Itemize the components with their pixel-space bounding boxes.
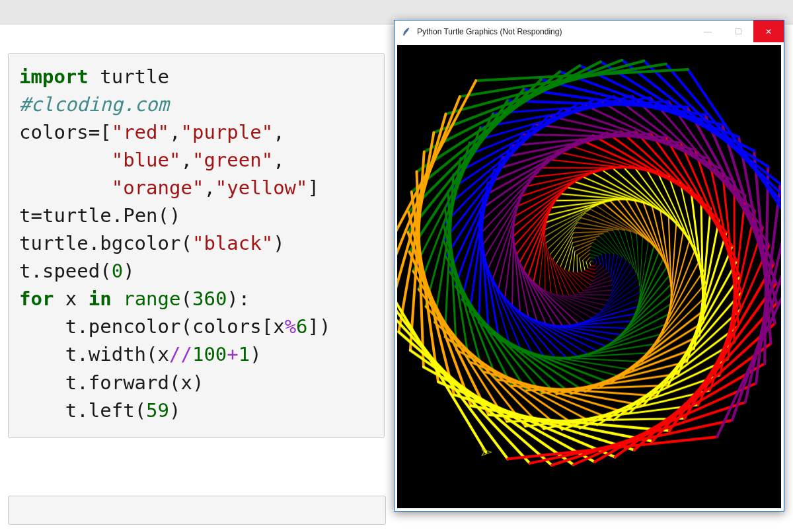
code-token: t (65, 371, 77, 394)
code-token: ) (273, 232, 284, 254)
code-token: , (204, 176, 215, 199)
code-token: . (77, 371, 88, 394)
code-token: "green" (192, 149, 273, 171)
window-close-button[interactable]: ✕ (753, 20, 784, 42)
code-token: ) (169, 399, 180, 422)
code-token: ( (180, 315, 192, 338)
code-token (89, 65, 100, 88)
code-token: ( (146, 343, 157, 365)
code-token (77, 287, 88, 310)
code-token: import (19, 65, 89, 88)
code-token: [ (100, 121, 111, 143)
code-token: x (158, 343, 169, 365)
code-token: "orange" (112, 176, 204, 199)
code-token: = (30, 204, 42, 227)
code-token: forward (89, 371, 169, 394)
code-token: t (65, 399, 77, 422)
code-token: = (89, 121, 100, 143)
code-token (19, 343, 65, 365)
code-token: ): (227, 287, 250, 310)
code-token (19, 371, 65, 394)
code-token: #clcoding.com (19, 93, 169, 116)
code-token: 59 (146, 399, 169, 422)
code-token: "black" (192, 232, 273, 254)
code-token: ( (181, 287, 192, 310)
code-token: 360 (192, 287, 227, 310)
window-titlebar[interactable]: Python Turtle Graphics (Not Responding) … (395, 20, 784, 42)
code-token: ( (135, 399, 146, 422)
code-token: 6 (296, 315, 307, 338)
code-token: + (227, 343, 238, 365)
code-token: () (158, 204, 181, 227)
code-token: colors (19, 121, 89, 143)
code-token: t (19, 204, 30, 227)
code-token: "blue" (112, 149, 181, 171)
code-token (19, 399, 65, 422)
code-token: turtle (19, 232, 89, 254)
code-token: in (89, 287, 112, 310)
code-token: x (180, 371, 192, 394)
code-token: "yellow" (215, 176, 308, 199)
code-token: . (77, 399, 88, 422)
python-feather-icon (401, 26, 412, 37)
next-cell-placeholder[interactable] (8, 496, 386, 525)
code-token: x (65, 287, 77, 310)
code-token: . (30, 260, 42, 282)
turtle-canvas (397, 45, 781, 508)
code-cell[interactable]: import turtle #clcoding.com colors=["red… (8, 53, 385, 438)
window-maximize-button[interactable]: ☐ (723, 20, 753, 42)
turtle-window: Python Turtle Graphics (Not Responding) … (394, 20, 784, 512)
code-token: ( (169, 371, 180, 394)
code-token: . (89, 232, 100, 254)
code-token: ) (123, 260, 134, 282)
code-token: [ (262, 315, 273, 338)
code-token: ( (180, 232, 192, 254)
page-root: import turtle #clcoding.com colors=["red… (0, 0, 793, 532)
code-token: for (19, 287, 54, 310)
code-token: colors (192, 315, 262, 338)
code-token: ) (250, 343, 261, 365)
code-token: ]) (308, 315, 331, 338)
code-token: // (169, 343, 192, 365)
code-token: 1 (239, 343, 250, 365)
code-token: . (77, 343, 88, 365)
code-token: pencolor (89, 315, 181, 338)
code-token: bgcolor (100, 232, 180, 254)
code-token: , (273, 149, 284, 171)
code-token: ] (308, 176, 319, 199)
code-token: , (180, 149, 192, 171)
turtle-canvas-container (395, 42, 784, 511)
code-token: "purple" (180, 121, 273, 143)
code-token: t (65, 315, 77, 338)
window-title: Python Turtle Graphics (Not Responding) (417, 27, 562, 36)
code-token: 100 (192, 343, 227, 365)
code-token: speed (42, 260, 100, 282)
code-token (54, 287, 65, 310)
code-token: , (273, 121, 284, 143)
window-minimize-button[interactable]: — (693, 20, 723, 42)
code-token: . (77, 315, 88, 338)
code-token: width (89, 343, 146, 365)
code-token: . (112, 204, 123, 227)
code-token (19, 149, 112, 171)
code-token: Pen (123, 204, 157, 227)
code-token: left (89, 399, 135, 422)
code-token: "red" (112, 121, 169, 143)
code-token: % (285, 315, 296, 338)
code-token: range (123, 287, 180, 310)
code-token: turtle (42, 204, 112, 227)
code-token: ( (100, 260, 111, 282)
code-token: t (65, 343, 77, 365)
code-token (19, 315, 65, 338)
code-token: , (169, 121, 180, 143)
code-token: x (273, 315, 284, 338)
code-token (112, 287, 123, 310)
code-token: ) (192, 371, 204, 394)
code-token: turtle (100, 65, 169, 88)
code-token: 0 (112, 260, 123, 282)
code-token: t (19, 260, 30, 282)
code-token (19, 176, 112, 199)
